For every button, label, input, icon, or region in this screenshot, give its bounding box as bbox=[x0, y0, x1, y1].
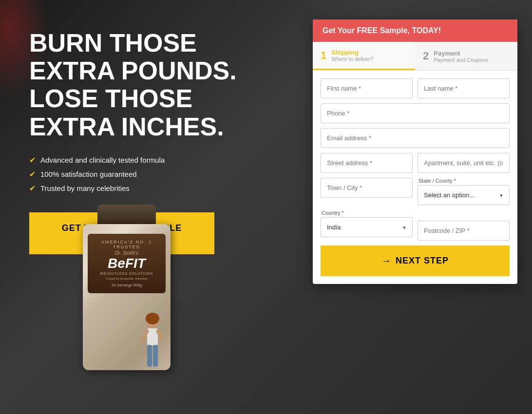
name-row bbox=[321, 78, 510, 98]
first-name-group bbox=[321, 78, 413, 98]
street-group bbox=[321, 153, 413, 173]
feature-text-2: 100% satisfaction guaranteed bbox=[40, 170, 137, 178]
bottle-serving: 20 Servings 500g bbox=[93, 283, 161, 287]
phone-row bbox=[321, 103, 510, 123]
postcode-input[interactable] bbox=[418, 221, 510, 241]
city-input[interactable] bbox=[321, 178, 413, 198]
bottle-subtitle: WEIGHTLOSS SOLUTIONS bbox=[93, 272, 161, 275]
state-group: State / County * Select an option... bbox=[418, 178, 510, 205]
check-icon-3: ✔ bbox=[29, 184, 36, 193]
bottle-name: BeFIT bbox=[93, 257, 161, 270]
step-1[interactable]: 1 Shipping Where to deliver? bbox=[313, 42, 415, 70]
step-2-info: Payment Payment and Coupons bbox=[434, 50, 488, 63]
step-2-number: 2 bbox=[423, 50, 429, 62]
form-header: Get Your FREE Sample, TODAY! bbox=[313, 19, 517, 42]
feature-item-3: ✔ Trusted by many celebrities bbox=[29, 184, 283, 193]
headline: BURN THOSE EXTRA POUNDS. LOSE THOSE EXTR… bbox=[29, 29, 283, 141]
email-input[interactable] bbox=[321, 128, 510, 148]
country-select-wrapper: India bbox=[321, 217, 413, 237]
feature-item-1: ✔ Advanced and clinically tested formula bbox=[29, 155, 283, 165]
svg-rect-5 bbox=[147, 345, 152, 367]
form-header-text: Get Your FREE Sample, TODAY! bbox=[323, 26, 441, 35]
bottle: AMERICA'S NO. 1 TRUSTED Dr. Smith's BeFI… bbox=[73, 205, 180, 380]
step-2-desc: Payment and Coupons bbox=[434, 57, 488, 63]
bottle-cap bbox=[97, 205, 156, 224]
next-step-label: NEXT STEP bbox=[396, 256, 449, 266]
svg-point-1 bbox=[146, 313, 159, 324]
svg-line-3 bbox=[142, 331, 147, 341]
phone-group bbox=[321, 103, 510, 123]
street-input[interactable] bbox=[321, 153, 413, 173]
phone-input[interactable] bbox=[321, 103, 510, 123]
first-name-input[interactable] bbox=[321, 78, 413, 98]
bottle-label: AMERICA'S NO. 1 TRUSTED Dr. Smith's BeFI… bbox=[88, 234, 166, 293]
form-steps: 1 Shipping Where to deliver? 2 Payment P… bbox=[313, 42, 517, 71]
state-label: State / County * bbox=[418, 178, 510, 184]
country-group: Country * India bbox=[321, 210, 413, 241]
apt-input[interactable] bbox=[418, 153, 510, 173]
bottle-brand: AMERICA'S NO. 1 TRUSTED bbox=[93, 240, 161, 249]
svg-line-4 bbox=[158, 331, 161, 339]
girl-silhouette bbox=[134, 312, 168, 370]
form-body: State / County * Select an option... Cou… bbox=[313, 71, 517, 284]
country-postcode-row: Country * India bbox=[321, 210, 510, 241]
state-select-wrapper: Select an option... bbox=[418, 185, 510, 205]
right-panel: Get Your FREE Sample, TODAY! 1 Shipping … bbox=[313, 19, 517, 284]
address-row bbox=[321, 153, 510, 173]
step-1-info: Shipping Where to deliver? bbox=[331, 49, 373, 62]
bottle-tagline: Trusted by thousands, everyday! bbox=[93, 277, 161, 280]
form-card: Get Your FREE Sample, TODAY! 1 Shipping … bbox=[313, 19, 517, 284]
city-state-row: State / County * Select an option... bbox=[321, 178, 510, 205]
state-select[interactable]: Select an option... bbox=[418, 185, 510, 205]
last-name-group bbox=[418, 78, 510, 98]
feature-text-1: Advanced and clinically tested formula bbox=[40, 156, 165, 164]
features-list: ✔ Advanced and clinically tested formula… bbox=[29, 155, 283, 193]
feature-item-2: ✔ 100% satisfaction guaranteed bbox=[29, 169, 283, 179]
step-1-number: 1 bbox=[321, 49, 326, 62]
step-1-name: Shipping bbox=[331, 49, 373, 56]
email-group bbox=[321, 128, 510, 148]
arrow-icon: → bbox=[381, 255, 392, 266]
country-select[interactable]: India bbox=[321, 217, 413, 237]
svg-rect-6 bbox=[153, 345, 158, 367]
city-group bbox=[321, 178, 413, 205]
apt-group bbox=[418, 153, 510, 173]
check-icon-2: ✔ bbox=[29, 169, 36, 179]
step-1-desc: Where to deliver? bbox=[331, 56, 373, 62]
feature-text-3: Trusted by many celebrities bbox=[40, 184, 130, 192]
check-icon-1: ✔ bbox=[29, 155, 36, 165]
step-2[interactable]: 2 Payment Payment and Coupons bbox=[415, 42, 517, 70]
product-image: AMERICA'S NO. 1 TRUSTED Dr. Smith's BeFI… bbox=[63, 205, 190, 399]
last-name-input[interactable] bbox=[418, 78, 510, 98]
country-label: Country * bbox=[321, 210, 413, 216]
postcode-group bbox=[418, 210, 510, 241]
email-row bbox=[321, 128, 510, 148]
bottle-body: AMERICA'S NO. 1 TRUSTED Dr. Smith's BeFI… bbox=[83, 224, 171, 370]
next-step-button[interactable]: → NEXT STEP bbox=[321, 245, 510, 276]
step-2-name: Payment bbox=[434, 50, 488, 57]
bottle-doctor: Dr. Smith's bbox=[93, 250, 161, 256]
